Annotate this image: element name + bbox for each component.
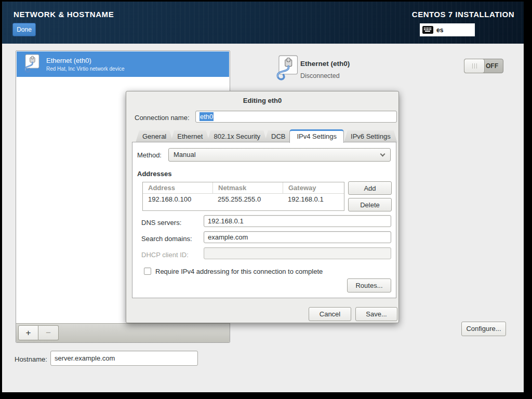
remove-device-button[interactable]: − [38, 325, 59, 340]
cell-netmask[interactable]: 255.255.255.0 [212, 194, 283, 205]
product-title: CENTOS 7 INSTALLATION [412, 10, 514, 19]
dhcp-client-id-label: DHCP client ID: [141, 251, 189, 259]
page-title: NETWORK & HOSTNAME [14, 10, 114, 19]
connection-name-label: Connection name: [135, 114, 190, 122]
connection-name-input[interactable]: eth0 [195, 111, 397, 123]
dialog-tab-bar: General Ethernet 802.1x Security DCB IPv… [136, 128, 395, 142]
tab-ipv4-settings[interactable]: IPv4 Settings [289, 129, 344, 143]
dns-servers-input[interactable]: 192.168.0.1 [204, 215, 391, 227]
require-ipv4-label: Require IPv4 addressing for this connect… [155, 268, 323, 275]
tab-dcb[interactable]: DCB [264, 130, 292, 142]
method-label: Method: [137, 151, 162, 159]
cell-address[interactable]: 192.168.0.100 [143, 194, 212, 205]
method-selected-value: Manual [174, 151, 196, 158]
keyboard-layout-indicator[interactable]: es [420, 23, 475, 36]
tab-ethernet[interactable]: Ethernet [170, 130, 209, 142]
save-button[interactable]: Save... [355, 307, 397, 321]
dns-servers-label: DNS servers: [141, 219, 181, 227]
keyboard-icon [422, 26, 433, 34]
device-on-off-toggle[interactable]: OFF [464, 59, 503, 73]
dhcp-client-id-input [204, 247, 391, 259]
toggle-state-label: OFF [486, 59, 498, 73]
device-row-text: Ethernet (eth0) Red Hat, Inc Virtio netw… [46, 57, 124, 72]
device-row-title: Ethernet (eth0) [46, 57, 124, 64]
cancel-button[interactable]: Cancel [309, 307, 351, 321]
tab-ipv6-settings[interactable]: IPv6 Settings [344, 130, 397, 142]
top-bar: NETWORK & HOSTNAME Done CENTOS 7 INSTALL… [2, 2, 524, 44]
detail-device-title: Ethernet (eth0) [300, 60, 350, 68]
detail-device-status: Disconnected [300, 72, 340, 79]
cell-gateway[interactable]: 192.168.0.1 [283, 194, 344, 205]
addresses-table[interactable]: Address Netmask Gateway 192.168.0.100 25… [142, 182, 344, 211]
device-list-toolbar: + − [16, 323, 230, 342]
addresses-table-header: Address Netmask Gateway [143, 182, 344, 194]
ethernet-detail-icon [273, 55, 300, 84]
search-domains-label: Search domains: [141, 235, 192, 243]
ethernet-icon [21, 54, 41, 75]
addresses-heading: Addresses [137, 170, 171, 178]
selected-text: eth0 [200, 112, 214, 121]
routes-button[interactable]: Routes... [347, 278, 391, 292]
keyboard-layout-code: es [436, 26, 443, 34]
dialog-title: Editing eth0 [126, 97, 398, 104]
device-list-actions: + − [18, 325, 59, 340]
delete-address-button[interactable]: Delete [348, 198, 392, 211]
table-row[interactable]: 192.168.0.100 255.255.255.0 192.168.0.1 [143, 194, 344, 205]
column-header-gateway: Gateway [283, 182, 344, 193]
done-button[interactable]: Done [12, 23, 36, 36]
method-dropdown[interactable]: Manual [168, 148, 391, 162]
editing-eth0-dialog: Editing eth0 Connection name: eth0 Gener… [126, 91, 399, 323]
ipv4-settings-panel: Method: Manual Addresses Address Netmask… [132, 142, 396, 298]
chevron-down-icon [380, 152, 385, 157]
search-domains-input[interactable]: example.com [204, 231, 391, 243]
tab-8021x-security[interactable]: 802.1x Security [207, 130, 267, 142]
hostname-label: Hostname: [15, 355, 47, 363]
add-device-button[interactable]: + [18, 325, 38, 340]
device-list-item-eth0[interactable]: Ethernet (eth0) Red Hat, Inc Virtio netw… [17, 51, 229, 77]
require-ipv4-checkbox[interactable] [144, 268, 151, 275]
configure-button[interactable]: Configure... [461, 322, 506, 336]
anaconda-window: NETWORK & HOSTNAME Done CENTOS 7 INSTALL… [2, 2, 524, 392]
column-header-address: Address [143, 182, 212, 193]
add-address-button[interactable]: Add [348, 181, 392, 195]
column-header-netmask: Netmask [212, 182, 283, 193]
screen: NETWORK & HOSTNAME Done CENTOS 7 INSTALL… [0, 0, 532, 399]
hostname-input[interactable]: server.example.com [50, 351, 198, 366]
tab-general[interactable]: General [136, 130, 173, 142]
toggle-handle[interactable] [464, 59, 485, 73]
device-row-subtitle: Red Hat, Inc Virtio network device [46, 66, 124, 72]
